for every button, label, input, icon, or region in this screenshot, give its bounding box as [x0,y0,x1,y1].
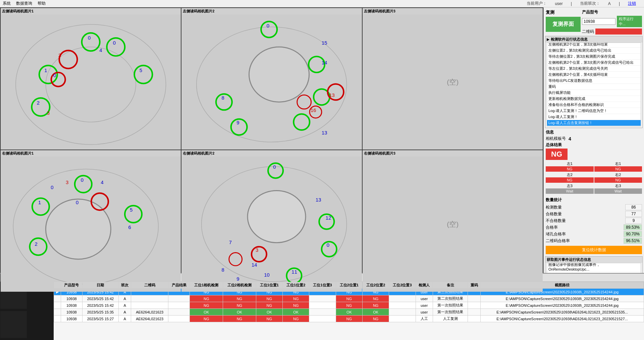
current-shift-label: 当前班次： [580,1,600,6]
table-cell [389,309,416,316]
col-w1p3[interactable]: 工位1位置3 [309,282,336,289]
table-cell: OK [223,309,256,316]
menu-help[interactable]: 帮助 [38,1,46,6]
qr-label: 二维码 [582,29,594,35]
table-cell: OK [336,309,362,316]
table-cell: 第一次拍照结果 [433,309,468,316]
data-table-area: 检测数据 产品型号 日期 班次 二维码 产品结果 工位1相机检测 工位2相机检测 [54,274,644,340]
right-panel: 复测 复测界面 产品型号 程序运行中... 二维码 [543,7,644,273]
ok-rate-label: 合格率 [546,225,558,230]
right-cam3-svg: (空) [363,157,543,292]
table-row[interactable]: 109382023/5/25 15:35AAE6264L021623OKOKOK… [54,309,644,316]
col-note[interactable]: 备注 [433,282,468,289]
col-product[interactable]: 产品型号 [61,282,82,289]
col-w1p1[interactable]: 工位1位置1 [256,282,282,289]
col-w2p2[interactable]: 工位2位置2 [363,282,389,289]
svg-text:0: 0 [76,200,78,205]
thumb-4 [27,311,54,338]
left-camera-panel-1: 左侧读码相机图片1 [1,8,181,150]
col-w1c[interactable]: 工位1相机检测 [190,282,223,289]
table-cell: 2023/5/25 15:42 [83,295,119,302]
col-result[interactable]: 产品结果 [168,282,190,289]
status-log-entry: 左侧位置2，第3次检测完成信号已给出 [547,48,641,54]
retest-button[interactable]: 复测界面 [546,17,581,32]
table-cell: NG [223,316,256,322]
camera-module-label: 相机模板号 [546,136,566,141]
col-w1p2[interactable]: 工位1位置2 [283,282,309,289]
col-qr[interactable]: 二维码 [131,282,168,289]
svg-text:0: 0 [51,184,53,190]
svg-text:(空): (空) [447,78,459,86]
status-log[interactable]: 左侧相机第2个位置，第2次循环结束左侧位置2，第2次检测完成信号已给出等待左侧位… [547,43,641,126]
svg-point-63 [248,190,306,242]
table-cell: 第二次拍照结果 [433,295,468,302]
ok-count-label: 合格数量 [546,211,562,217]
total-result-badge: NG [546,149,568,160]
header-right-info: 当前用户： user | 当前班次： A | 注销 [527,1,641,6]
retest-title: 复测 [546,9,554,15]
table-body: ▶109382023/5/25 15:42ANGNGNGNGNGNGuser第三… [54,289,644,322]
status-log-entry: 左侧相机第2个位置，第3次图片保存完成信号已给出 [547,60,641,66]
svg-text:9: 9 [237,276,239,282]
col-shift[interactable]: 班次 [118,282,131,289]
svg-text:0: 0 [327,242,329,248]
table-cell: 2023/5/25 15:27 [83,316,119,322]
pos-right3: 右3 Wait [594,183,642,194]
svg-text:0: 0 [113,40,116,46]
svg-text:4: 4 [101,179,104,185]
product-type-input[interactable] [582,18,615,25]
right-cam1-label: 右侧读码相机图片1 [1,150,181,157]
table-cell: NG [283,302,309,309]
col-w2p1[interactable]: 工位2位置1 [336,282,362,289]
product-info: 产品型号 程序运行中... 二维码 [582,9,642,35]
table-row[interactable]: 109382023/5/25 15:42ANGNGNGNGNGNGuser第一次… [54,302,644,309]
ng-count-label: 不合格数量 [546,218,566,224]
col-w2c[interactable]: 工位2相机检测 [223,282,256,289]
table-row[interactable]: 109382023/5/25 15:27AAE6264L021623NGNGNG… [54,316,644,322]
svg-text:11: 11 [292,269,298,275]
table-row[interactable]: 109382023/5/25 15:42ANGNGNGNGNGNGuser第二次… [54,295,644,302]
table-cell: A [118,302,131,309]
left-camera-panel-3: 左侧读码相机图片3 (空) [363,8,543,150]
reset-stats-button[interactable]: 复位统计数据 [546,246,642,254]
qr-ok-value: 96.51% [624,238,642,244]
camera-grid: 左侧读码相机图片1 [0,7,543,273]
table-cell [168,309,190,316]
svg-text:13: 13 [329,92,335,98]
col-path[interactable]: 截图路径 [480,282,644,289]
svg-text:8: 8 [222,95,224,101]
left-camera-panel-2: 左侧读码相机图片2 [181,8,362,150]
retest-section: 复测 复测界面 [546,9,581,32]
table-cell: OK [283,309,309,316]
table-cell: user [416,302,433,309]
svg-text:5: 5 [140,67,142,73]
col-dup[interactable]: 重码 [468,282,481,289]
table-cell: OK [363,309,389,316]
table-cell: NG [363,302,389,309]
ok-rate-value: 89.53% [624,224,642,230]
svg-text:14: 14 [322,60,327,65]
logout-button[interactable]: 注销 [628,1,636,6]
svg-text:9: 9 [237,120,239,125]
table-cell: E:\AMPSON\CaptureScreen\20230525\10938\_… [480,295,644,302]
product-type-label: 产品型号 [582,9,642,15]
menu-data-query[interactable]: 数据查询 [16,1,32,6]
col-w2p3[interactable]: 工位2位置3 [389,282,416,289]
ng-count-value: 9 [625,218,642,224]
svg-text:3: 3 [66,179,68,185]
col-inspector[interactable]: 检测人 [416,282,433,289]
table-cell: 2023/5/25 15:35 [83,309,119,316]
col-date[interactable]: 日期 [83,282,119,289]
svg-text:(空): (空) [447,220,459,228]
status-log-entry: 执行截屏功能 [547,90,641,96]
table-cell [131,295,168,302]
svg-text:14: 14 [252,262,257,268]
left-cam3-view: (空) [363,14,543,150]
current-user-label: 当前用户： [527,1,547,6]
svg-text:5: 5 [130,207,132,213]
table-cell [168,302,190,309]
table-cell: NG [223,302,256,309]
menu-system[interactable]: 系统 [3,1,11,6]
left-cam2-label: 左侧读码相机图片2 [181,8,362,14]
svg-text:4: 4 [99,47,102,53]
